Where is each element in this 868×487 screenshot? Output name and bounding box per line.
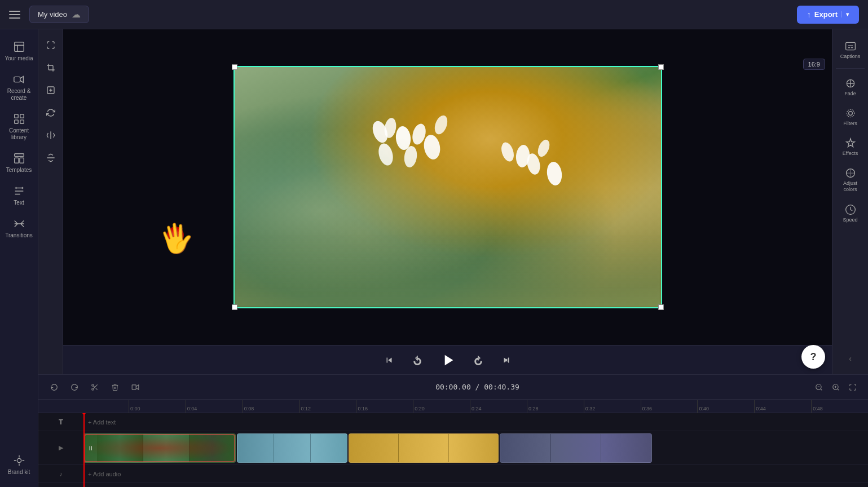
zoom-out-button[interactable] bbox=[813, 381, 825, 393]
cursor-hand-icon: 🖐 bbox=[156, 219, 196, 258]
ruler-mark-12: 0:48 bbox=[811, 400, 868, 413]
content-library-icon bbox=[13, 113, 25, 125]
handle-top-right[interactable] bbox=[658, 64, 664, 70]
sidebar-item-transitions[interactable]: Transitions bbox=[2, 213, 36, 244]
flip-h-tool-btn[interactable] bbox=[42, 126, 60, 144]
adjust-colors-label: Adjust colors bbox=[837, 180, 864, 193]
sidebar-label-templates: Templates bbox=[6, 167, 32, 174]
redo-button[interactable] bbox=[68, 380, 81, 394]
right-panel-filters[interactable]: Filters bbox=[835, 103, 866, 131]
captions-icon bbox=[845, 41, 856, 52]
remove-bg-tool-btn[interactable] bbox=[42, 81, 60, 99]
sidebar-item-brand-kit[interactable]: Brand kit bbox=[2, 450, 36, 480]
flip-v-tool-btn[interactable] bbox=[42, 149, 60, 167]
svg-point-9 bbox=[17, 458, 21, 462]
add-audio-button[interactable]: + Add audio bbox=[88, 471, 121, 477]
media-icon bbox=[13, 41, 25, 53]
sidebar-label-record: Record & create bbox=[5, 88, 34, 101]
cursor-indicator: 🖐 bbox=[159, 222, 194, 255]
ruler-mark-2: 0:08 bbox=[243, 400, 299, 413]
video-canvas bbox=[233, 66, 662, 308]
fade-label: Fade bbox=[844, 91, 856, 96]
video-track-label: ▶ bbox=[38, 444, 83, 451]
export-label: Export bbox=[814, 10, 838, 19]
handle-bottom-right[interactable] bbox=[658, 304, 664, 310]
svg-point-16 bbox=[848, 112, 852, 116]
video-clip-4[interactable] bbox=[500, 433, 652, 463]
sidebar-label-transitions: Transitions bbox=[5, 232, 33, 239]
skip-to-start-button[interactable] bbox=[381, 352, 398, 369]
timeline-tracks: T + Add text ▶ bbox=[38, 413, 868, 487]
video-frame bbox=[235, 67, 661, 307]
video-preview-container: 🖐 5 bbox=[63, 29, 832, 374]
sidebar-label-brand-kit: Brand kit bbox=[8, 469, 30, 476]
ruler-mark-0: 0:00 bbox=[129, 400, 186, 413]
svg-rect-0 bbox=[14, 42, 24, 52]
sidebar-item-your-media[interactable]: Your media bbox=[2, 36, 36, 67]
timeline-toolbar: 00:00.00 / 00:40.39 bbox=[38, 375, 868, 400]
svg-rect-4 bbox=[14, 120, 17, 123]
audio-track-row: ♪ + Add audio bbox=[38, 465, 868, 483]
left-sidebar: Your media Record & create Content libra… bbox=[0, 29, 38, 487]
audio-track-label: ♪ bbox=[38, 471, 83, 477]
audio-track-content: + Add audio bbox=[83, 465, 868, 482]
sidebar-item-text[interactable]: Text bbox=[2, 180, 36, 211]
expand-tool-btn[interactable] bbox=[42, 36, 60, 54]
cut-button[interactable] bbox=[88, 380, 102, 394]
filters-icon bbox=[845, 108, 856, 119]
add-text-button[interactable]: + Add text bbox=[88, 419, 116, 426]
rotate-tool-btn[interactable] bbox=[42, 104, 60, 122]
help-icon: ? bbox=[810, 351, 817, 363]
timeline-ruler: 0:00 0:04 0:08 0:12 0:16 0:20 0:24 0:28 … bbox=[38, 400, 868, 413]
zoom-fit-button[interactable] bbox=[847, 381, 859, 393]
skip-to-end-button[interactable] bbox=[498, 352, 515, 369]
transitions-icon bbox=[13, 218, 25, 230]
ruler-mark-11: 0:44 bbox=[754, 400, 811, 413]
right-panel-captions[interactable]: Captions bbox=[835, 36, 866, 64]
undo-button[interactable] bbox=[47, 380, 61, 394]
svg-rect-2 bbox=[14, 114, 17, 118]
zoom-in-button[interactable] bbox=[830, 381, 842, 393]
center-area: 🖐 5 bbox=[38, 29, 868, 487]
filters-label: Filters bbox=[843, 121, 857, 126]
timeline-area: 00:00.00 / 00:40.39 bbox=[38, 374, 868, 487]
play-button[interactable] bbox=[437, 349, 459, 371]
video-clip-1[interactable]: ⏸ bbox=[83, 433, 236, 463]
delete-button[interactable] bbox=[108, 380, 122, 394]
video-preview[interactable]: 🖐 bbox=[63, 29, 832, 345]
text-track-row: T + Add text bbox=[38, 413, 868, 431]
project-name-tab[interactable]: My video ☁ bbox=[29, 6, 89, 23]
record-clip-button[interactable] bbox=[129, 380, 142, 394]
export-button[interactable]: ↑ Export ▾ bbox=[797, 6, 859, 24]
handle-top-left[interactable] bbox=[232, 64, 237, 70]
sidebar-item-templates[interactable]: Templates bbox=[2, 148, 36, 178]
video-track-content[interactable]: ⏸ bbox=[83, 431, 868, 464]
ruler-mark-4: 0:16 bbox=[356, 400, 413, 413]
ruler-mark-5: 0:20 bbox=[413, 400, 470, 413]
topbar: My video ☁ ↑ Export ▾ bbox=[0, 0, 868, 29]
effects-label: Effects bbox=[843, 150, 858, 156]
export-upload-icon: ↑ bbox=[807, 10, 811, 19]
right-panel-adjust-colors[interactable]: Adjust colors bbox=[835, 163, 866, 197]
crop-tool-btn[interactable] bbox=[42, 59, 60, 77]
menu-icon[interactable] bbox=[9, 8, 23, 21]
video-clip-2[interactable] bbox=[237, 433, 347, 463]
handle-bottom-left[interactable] bbox=[232, 304, 237, 310]
ruler-mark-6: 0:24 bbox=[470, 400, 527, 413]
right-panel-speed[interactable]: Speed bbox=[835, 200, 866, 227]
tool-panel bbox=[38, 29, 63, 374]
fast-forward-button[interactable]: 5 bbox=[470, 352, 487, 369]
help-button[interactable]: ? bbox=[801, 345, 825, 369]
svg-rect-5 bbox=[20, 120, 23, 123]
aspect-ratio-badge[interactable]: 16:9 bbox=[803, 59, 825, 70]
sidebar-item-content-library[interactable]: Content library bbox=[2, 108, 36, 145]
video-clip-3[interactable] bbox=[349, 433, 499, 463]
sidebar-item-record-create[interactable]: Record & create bbox=[2, 69, 36, 106]
playback-controls: 5 5 bbox=[63, 345, 832, 374]
right-panel-collapse[interactable]: ‹ bbox=[844, 349, 856, 368]
rewind-button[interactable]: 5 bbox=[409, 352, 426, 369]
right-panel-fade[interactable]: Fade bbox=[835, 73, 866, 101]
timeline-time-display: 00:00.00 / 00:40.39 bbox=[149, 383, 806, 391]
export-dropdown-arrow[interactable]: ▾ bbox=[841, 11, 849, 17]
right-panel-effects[interactable]: Effects bbox=[835, 133, 866, 161]
